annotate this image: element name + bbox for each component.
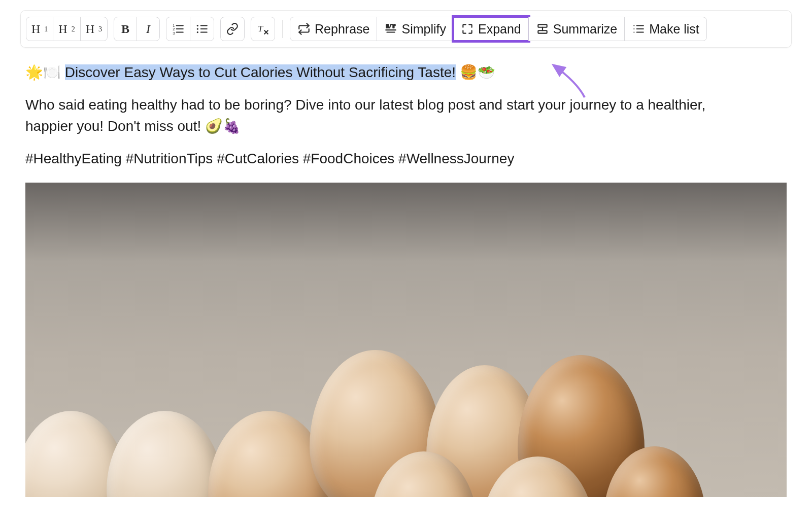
h1-sub: 1 xyxy=(44,25,48,33)
summarize-label: Summarize xyxy=(553,22,617,37)
simplify-label: Simplify xyxy=(401,22,446,37)
toolbar-divider xyxy=(282,20,283,38)
editor-wrapper: H1 H2 H3 B I 123 xyxy=(20,10,792,497)
editor-toolbar: H1 H2 H3 B I 123 xyxy=(20,10,792,48)
title-suffix-emoji: 🍔🥗 xyxy=(456,64,495,80)
makelist-button[interactable]: Make list xyxy=(624,17,707,41)
ai-actions-group: Rephrase Simplify Expand Summarize xyxy=(290,17,707,41)
h3-sub: 3 xyxy=(98,25,102,33)
bold-button[interactable]: B xyxy=(114,17,137,41)
svg-text:T: T xyxy=(258,24,263,33)
unordered-list-icon xyxy=(195,22,209,36)
content-title-line[interactable]: 🌟🍽️ Discover Easy Ways to Cut Calories W… xyxy=(25,62,787,83)
heading2-button[interactable]: H2 xyxy=(53,17,80,41)
rephrase-icon xyxy=(297,22,311,36)
content-paragraph[interactable]: Who said eating healthy had to be boring… xyxy=(25,94,736,137)
link-icon xyxy=(226,22,239,36)
clear-group: T xyxy=(251,17,275,41)
clear-format-button[interactable]: T xyxy=(251,17,275,41)
simplify-button[interactable]: Simplify xyxy=(377,17,454,41)
svg-point-7 xyxy=(197,28,198,29)
expand-label: Expand xyxy=(478,22,521,37)
rephrase-label: Rephrase xyxy=(315,22,369,37)
svg-text:3: 3 xyxy=(173,31,175,36)
svg-point-20 xyxy=(633,31,634,32)
makelist-icon xyxy=(632,22,645,36)
makelist-label: Make list xyxy=(649,22,699,37)
editor-content[interactable]: 🌟🍽️ Discover Easy Ways to Cut Calories W… xyxy=(20,62,792,497)
heading3-button[interactable]: H3 xyxy=(80,17,108,41)
bold-label: B xyxy=(121,22,129,36)
h1-label: H xyxy=(31,22,40,36)
headings-group: H1 H2 H3 xyxy=(26,17,108,41)
summarize-icon xyxy=(536,22,549,36)
h2-label: H xyxy=(58,22,67,36)
format-group: B I xyxy=(114,17,160,41)
svg-point-6 xyxy=(197,25,198,26)
expand-icon xyxy=(461,22,474,36)
summarize-button[interactable]: Summarize xyxy=(528,17,625,41)
list-group: 123 xyxy=(166,17,214,41)
content-hashtags[interactable]: #HealthyEating #NutritionTips #CutCalori… xyxy=(25,148,787,169)
svg-point-18 xyxy=(633,25,634,26)
svg-point-19 xyxy=(633,28,634,29)
ordered-list-button[interactable]: 123 xyxy=(166,17,190,41)
simplify-icon xyxy=(384,22,397,36)
link-button[interactable] xyxy=(220,17,245,41)
heading1-button[interactable]: H1 xyxy=(26,17,53,41)
unordered-list-button[interactable] xyxy=(190,17,214,41)
content-image xyxy=(25,183,787,497)
expand-button[interactable]: Expand xyxy=(453,17,529,41)
ordered-list-icon: 123 xyxy=(172,22,185,36)
link-group xyxy=(220,17,245,41)
italic-button[interactable]: I xyxy=(137,17,160,41)
rephrase-button[interactable]: Rephrase xyxy=(290,17,377,41)
h3-label: H xyxy=(86,22,94,36)
italic-label: I xyxy=(146,22,150,36)
h2-sub: 2 xyxy=(72,25,75,33)
title-prefix-emoji: 🌟🍽️ xyxy=(25,64,65,80)
title-selected-text: Discover Easy Ways to Cut Calories Witho… xyxy=(65,64,456,80)
svg-point-8 xyxy=(197,31,198,33)
egg xyxy=(107,411,223,497)
clear-format-icon: T xyxy=(256,22,269,36)
